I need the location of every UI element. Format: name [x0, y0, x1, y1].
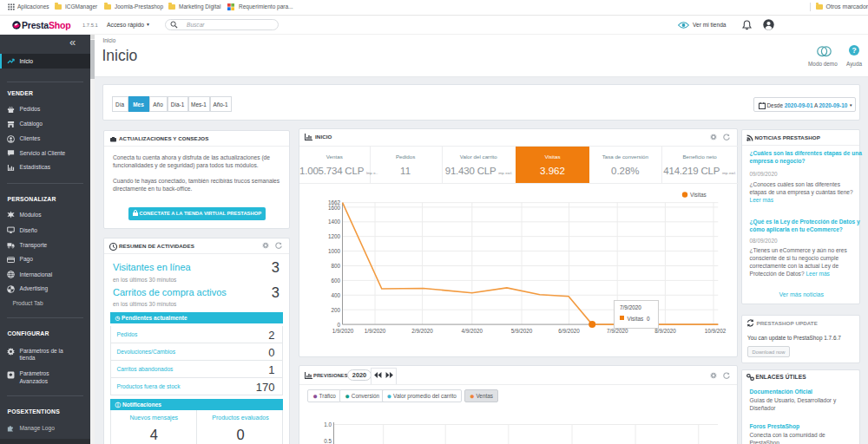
svg-text:1200: 1200 [328, 233, 341, 239]
svg-text:0: 0 [337, 321, 340, 327]
svg-text:600: 600 [331, 278, 340, 284]
svg-text:4/9/2020: 4/9/2020 [462, 328, 483, 334]
svg-text:5/9/2020: 5/9/2020 [511, 328, 533, 334]
svg-text:Visitas: Visitas [628, 315, 644, 321]
svg-text:1600: 1600 [328, 205, 341, 211]
svg-text:7/9/2020: 7/9/2020 [620, 304, 641, 310]
svg-text:1/9/2020: 1/9/2020 [365, 328, 386, 334]
svg-text:7/9/2020: 7/9/2020 [607, 328, 628, 334]
svg-text:1400: 1400 [328, 219, 341, 225]
svg-text:Visitas: Visitas [690, 192, 707, 198]
svg-text:0: 0 [647, 315, 650, 321]
svg-text:6/9/2020: 6/9/2020 [558, 328, 580, 334]
svg-text:400: 400 [331, 291, 340, 297]
svg-text:0.5: 0.5 [324, 438, 332, 444]
svg-text:1/9/2020: 1/9/2020 [332, 328, 354, 334]
svg-text:1.0: 1.0 [324, 421, 332, 428]
svg-text:8/9/2020: 8/9/2020 [654, 328, 676, 334]
svg-text:800: 800 [331, 263, 340, 269]
svg-text:1000: 1000 [328, 248, 341, 254]
svg-text:?: ? [852, 46, 856, 55]
svg-text:2/9/2020: 2/9/2020 [411, 328, 433, 334]
svg-text:200: 200 [331, 306, 340, 312]
svg-text:10/9/202: 10/9/202 [705, 328, 727, 334]
